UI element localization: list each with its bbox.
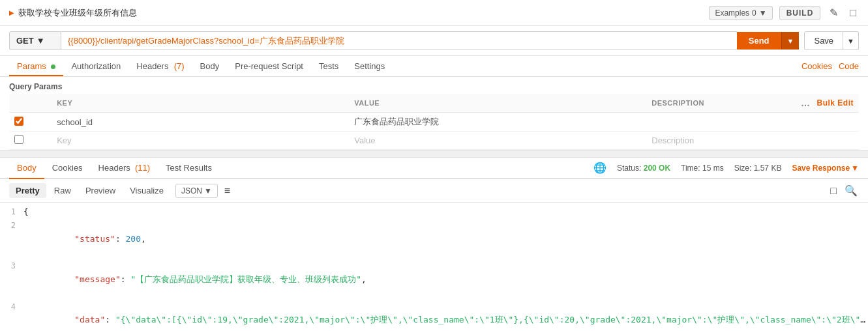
code-line-4: 4 "data": "{\"data\":[{\"id\":19,\"grade… — [0, 300, 868, 331]
table-row: school_id 广东食品药品职业学院 — [9, 113, 859, 132]
tab-prerequest[interactable]: Pre-request Script — [227, 56, 311, 76]
tab-tests[interactable]: Tests — [311, 56, 346, 76]
examples-chevron-icon: ▼ — [759, 8, 767, 18]
top-bar-right: Examples 0 ▼ BUILD ✎ □ — [709, 5, 859, 20]
examples-button[interactable]: Examples 0 ▼ — [709, 6, 772, 20]
section-divider — [0, 150, 868, 158]
size-label: Size: 1.57 KB — [734, 164, 782, 173]
build-button[interactable]: BUILD — [779, 6, 821, 20]
placeholder-checkbox[interactable] — [14, 135, 23, 144]
cookies-link[interactable]: Cookies — [801, 61, 832, 71]
wrap-lines-icon[interactable]: ≡ — [223, 184, 232, 198]
globe-icon: 🌐 — [593, 162, 606, 174]
method-chevron-icon: ▼ — [37, 36, 45, 46]
value-placeholder: Value — [354, 136, 375, 145]
save-response-link[interactable]: Save Response ▼ — [792, 164, 859, 173]
code-line-3: 3 "message": "【广东食品药品职业学院】获取年级、专业、班级列表成功… — [0, 259, 868, 300]
copy-response-icon[interactable]: □ — [829, 184, 838, 198]
send-button[interactable]: Send — [737, 32, 781, 50]
examples-count: 0 — [752, 8, 756, 18]
save-button-group: Save ▼ — [804, 31, 859, 50]
params-table: KEY VALUE DESCRIPTION … Bulk Edit — [9, 94, 859, 150]
bulk-edit-link[interactable]: Bulk Edit — [816, 98, 854, 108]
format-select[interactable]: JSON ▼ — [175, 184, 218, 198]
th-checkbox — [9, 94, 52, 113]
status-label: Status: 200 OK — [617, 164, 670, 173]
sub-tab-raw[interactable]: Raw — [48, 183, 78, 198]
code-link[interactable]: Code — [839, 61, 859, 71]
response-tab-headers[interactable]: Headers (11) — [91, 158, 158, 178]
th-key: KEY — [52, 94, 349, 113]
url-input[interactable] — [61, 31, 737, 50]
tab-params[interactable]: Params — [9, 56, 63, 76]
time-value: 15 ms — [702, 164, 724, 173]
response-tab-cookies[interactable]: Cookies — [44, 158, 91, 178]
key-cell: school_id — [52, 113, 349, 132]
code-area: 1 { 2 "status": 200, 3 "message": "【广东食品… — [0, 203, 868, 331]
value-cell: 广东食品药品职业学院 — [349, 113, 646, 132]
query-params-title: Query Params — [9, 77, 859, 94]
headers-count: (7) — [172, 61, 185, 71]
table-row-placeholder: Key Value Description — [9, 132, 859, 150]
desc-cell — [646, 113, 859, 132]
sub-tab-preview[interactable]: Preview — [79, 183, 122, 198]
key-placeholder: Key — [57, 136, 71, 145]
send-button-group: Send ▼ — [737, 32, 800, 50]
format-chevron-icon: ▼ — [204, 186, 212, 195]
method-select[interactable]: GET ▼ — [9, 31, 61, 50]
sub-tab-pretty[interactable]: Pretty — [9, 183, 46, 198]
code-line-2: 2 "status": 200, — [0, 219, 868, 259]
tabs-right: Cookies Code — [801, 61, 859, 71]
save-dropdown-button[interactable]: ▼ — [843, 31, 859, 50]
send-dropdown-button[interactable]: ▼ — [781, 32, 800, 50]
tab-body[interactable]: Body — [192, 56, 228, 76]
status-value: 200 OK — [644, 164, 670, 173]
more-options-icon[interactable]: … — [801, 98, 811, 108]
save-response-chevron-icon: ▼ — [851, 164, 859, 173]
response-headers-count: (11) — [132, 163, 150, 173]
th-description: DESCRIPTION … Bulk Edit — [646, 94, 859, 113]
edit-icon[interactable]: ✎ — [827, 5, 841, 20]
size-value: 1.57 KB — [754, 164, 782, 173]
sub-tab-visualize[interactable]: Visualize — [123, 183, 170, 198]
th-value: VALUE — [349, 94, 646, 113]
method-value: GET — [16, 36, 34, 46]
response-body-bar: Pretty Raw Preview Visualize JSON ▼ ≡ □ … — [0, 179, 868, 203]
top-bar-left: ▶ 获取学校专业班级年级所有信息 — [9, 7, 137, 19]
examples-label: Examples — [715, 8, 749, 18]
response-meta: 🌐 Status: 200 OK Time: 15 ms Size: 1.57 … — [593, 162, 859, 174]
copy-icon[interactable]: □ — [847, 6, 859, 20]
search-response-icon[interactable]: 🔍 — [843, 183, 859, 198]
key-value: school_id — [57, 117, 93, 127]
response-tabs-bar: Body Cookies Headers (11) Test Results 🌐… — [0, 158, 868, 179]
response-tab-body[interactable]: Body — [9, 158, 44, 178]
request-tabs-bar: Params Authorization Headers (7) Body Pr… — [0, 56, 868, 77]
format-icons: □ 🔍 — [829, 183, 859, 198]
params-dot — [51, 65, 55, 69]
query-params-section: Query Params KEY VALUE DESCRIPTION … Bul… — [0, 77, 868, 150]
row-checkbox[interactable] — [14, 117, 23, 126]
code-line-1: 1 { — [0, 205, 868, 219]
response-tab-testresults[interactable]: Test Results — [158, 158, 220, 178]
arrow-icon: ▶ — [9, 9, 14, 16]
url-bar: GET ▼ Send ▼ Save ▼ — [0, 26, 868, 56]
request-title: 获取学校专业班级年级所有信息 — [18, 7, 137, 19]
time-label: Time: 15 ms — [681, 164, 724, 173]
tab-headers[interactable]: Headers (7) — [128, 56, 192, 76]
tab-authorization[interactable]: Authorization — [63, 56, 128, 76]
top-bar: ▶ 获取学校专业班级年级所有信息 Examples 0 ▼ BUILD ✎ □ — [0, 0, 868, 26]
tab-settings[interactable]: Settings — [346, 56, 393, 76]
desc-placeholder: Description — [651, 136, 694, 145]
param-value: 广东食品药品职业学院 — [354, 117, 439, 126]
format-value: JSON — [181, 186, 202, 195]
row-checkbox-cell — [9, 113, 52, 132]
save-button[interactable]: Save — [804, 31, 843, 50]
